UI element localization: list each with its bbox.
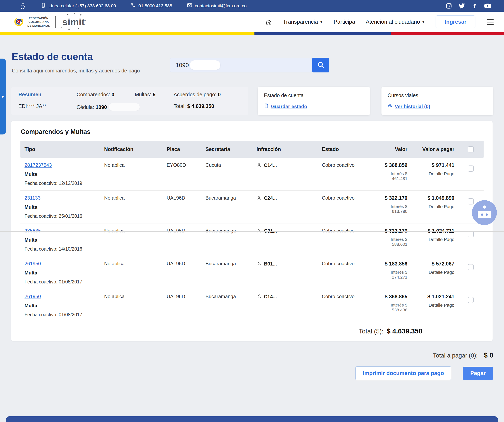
notificacion-cell: No aplica	[100, 195, 162, 223]
infraccion-cell: B01...	[252, 261, 318, 289]
detalle-pago-link[interactable]: Detalle Pago	[411, 270, 454, 275]
valor-a-pagar-cell: $ 572.067 Detalle Pago	[411, 261, 458, 289]
twitter-icon[interactable]	[459, 3, 465, 9]
youtube-icon[interactable]	[484, 3, 491, 9]
fine-coactive-date: Fecha coactivo: 12/12/2019	[24, 181, 100, 186]
fine-number-link[interactable]: 261950	[24, 261, 41, 266]
phone-icon	[131, 3, 136, 9]
checkbox-cell	[458, 162, 484, 190]
infraction-code[interactable]: C14...	[264, 162, 277, 168]
row-checkbox[interactable]	[468, 297, 474, 303]
contact-items: Línea celular (+57) 333 602 68 00 01 800…	[0, 2, 246, 9]
fine-coactive-date: Fecha coactivo: 14/10/2016	[24, 246, 100, 252]
valor-amount: $ 368.859	[376, 162, 408, 168]
valor-a-pagar-cell: $ 1.024.711 Detalle Pago	[411, 228, 458, 256]
robot-icon	[483, 205, 486, 209]
cursos-viales-card: Cursos viales Ver historial (0)	[381, 87, 493, 115]
row-checkbox[interactable]	[468, 264, 474, 270]
header-valor-a-pagar: Valor a pagar	[411, 146, 458, 152]
detalle-pago-link[interactable]: Detalle Pago	[411, 204, 454, 209]
secretaria-cell: Cucuta	[201, 162, 252, 190]
cedula-search: 1090	[170, 58, 329, 72]
envelope-icon	[187, 2, 192, 9]
instagram-icon[interactable]	[446, 3, 452, 9]
search-icon	[317, 61, 325, 69]
fine-number-link[interactable]: 2817237543	[24, 162, 52, 168]
valor-amount: $ 368.865	[376, 294, 408, 299]
simit-wordmark: simit	[61, 17, 86, 27]
valor-a-pagar-amount: $ 971.441	[411, 162, 454, 168]
secretaria-cell: Bucaramanga	[201, 228, 252, 256]
fcm-spiral-logo-icon	[13, 16, 24, 28]
estado-cell: Cobro coactivo	[318, 228, 376, 256]
flag-tricolor-bar	[0, 32, 504, 35]
estado-card-title: Estado de cuenta	[264, 93, 364, 98]
nav-transparencia[interactable]: Transparencia▼	[283, 19, 323, 25]
fine-type: Multa	[24, 237, 100, 243]
row-checkbox[interactable]	[468, 165, 474, 172]
home-icon[interactable]	[265, 18, 272, 25]
top-contact-bar: Línea celular (+57) 333 602 68 00 01 800…	[0, 0, 504, 12]
resumen-link[interactable]: Resumen	[18, 92, 77, 98]
interes-amount: Interés $ 274.271	[376, 270, 408, 280]
valor-a-pagar-cell: $ 1.021.241 Detalle Pago	[411, 294, 458, 322]
fine-type: Multa	[24, 171, 100, 177]
search-button[interactable]	[312, 58, 329, 72]
tipo-cell: 261950 Multa Fecha coactivo: 01/08/2017	[20, 294, 100, 322]
interes-amount: Interés $ 613.780	[376, 204, 408, 214]
hamburger-menu-icon[interactable]	[486, 18, 495, 25]
estado-cell: Cobro coactivo	[318, 294, 376, 322]
detalle-pago-link[interactable]: Detalle Pago	[411, 171, 454, 176]
resumen-card: Resumen Comparendos: 0 Multas: 5 Acuerdo…	[11, 87, 248, 115]
horizontal-divider-line	[0, 231, 504, 232]
placa-cell: UAL96D	[162, 195, 201, 223]
accessibility-icon[interactable]	[20, 3, 26, 9]
row-checkbox[interactable]	[468, 231, 474, 237]
placa-cell: UAL96D	[162, 294, 201, 322]
valor-a-pagar-cell: $ 1.049.890 Detalle Pago	[411, 195, 458, 223]
chevron-right-icon: ▶	[2, 95, 4, 98]
detalle-pago-link[interactable]: Detalle Pago	[411, 237, 454, 242]
side-panel-toggle[interactable]: ▶	[0, 59, 6, 135]
fines-rows: 2817237543 Multa Fecha coactivo: 12/12/2…	[20, 158, 484, 322]
interes-amount: Interés $ 538.436	[376, 303, 408, 312]
estado-cell: Cobro coactivo	[318, 195, 376, 223]
social-links	[446, 3, 504, 9]
search-input[interactable]: 1090	[170, 58, 312, 72]
total-a-pagar-value: $ 0	[484, 352, 493, 359]
row-checkbox[interactable]	[468, 198, 474, 205]
detalle-pago-link[interactable]: Detalle Pago	[411, 303, 454, 308]
login-button[interactable]: Ingresar	[436, 16, 475, 28]
mobile-phone-contact: Línea celular (+57) 333 602 68 00	[41, 3, 116, 9]
select-all-checkbox[interactable]	[468, 146, 474, 152]
infraction-code[interactable]: B01...	[264, 261, 277, 267]
print-payment-document-button[interactable]: Imprimir documento para pago	[355, 366, 451, 380]
person-icon	[257, 261, 262, 268]
summary-row: Resumen Comparendos: 0 Multas: 5 Acuerdo…	[11, 87, 493, 115]
nav-participa[interactable]: Participa	[334, 19, 355, 25]
guardar-estado-link[interactable]: Guardar estado	[271, 104, 307, 109]
infraction-code[interactable]: C31...	[264, 228, 277, 234]
chatbot-button[interactable]	[472, 200, 497, 225]
valor-a-pagar-amount: $ 1.049.890	[411, 195, 454, 201]
acuerdos-count: Acuerdos de pago: 0	[174, 92, 241, 98]
infraction-code[interactable]: C24...	[264, 195, 277, 201]
nav-atencion-ciudadano[interactable]: Atención al ciudadano▼	[366, 19, 425, 25]
pay-button[interactable]: Pagar	[463, 367, 493, 380]
page-subtitle: Consulta aquí comparendos, multas y acue…	[12, 68, 140, 74]
facebook-icon[interactable]	[472, 3, 477, 9]
estado-cell: Cobro coactivo	[318, 162, 376, 190]
secretaria-cell: Bucaramanga	[201, 195, 252, 223]
fine-number-link[interactable]: 235835	[24, 228, 41, 234]
table-row: 261950 Multa Fecha coactivo: 01/08/2017 …	[20, 256, 484, 289]
infraccion-cell: C31...	[252, 228, 318, 256]
fine-coactive-date: Fecha coactivo: 01/08/2017	[24, 279, 100, 285]
checkbox-cell	[458, 228, 484, 256]
table-row: 2817237543 Multa Fecha coactivo: 12/12/2…	[20, 158, 484, 191]
infraction-code[interactable]: C14...	[264, 294, 277, 299]
fcm-simit-logo[interactable]: FEDERACIÓN COLOMBIANA DE MUNICIPIOS simi…	[13, 16, 86, 28]
fine-number-link[interactable]: 261950	[24, 294, 41, 299]
fine-number-link[interactable]: 231133	[24, 195, 40, 201]
ver-historial-link[interactable]: Ver historial (0)	[395, 104, 430, 109]
simit-estado-de-cuenta-page: Línea celular (+57) 333 602 68 00 01 800…	[0, 0, 504, 422]
